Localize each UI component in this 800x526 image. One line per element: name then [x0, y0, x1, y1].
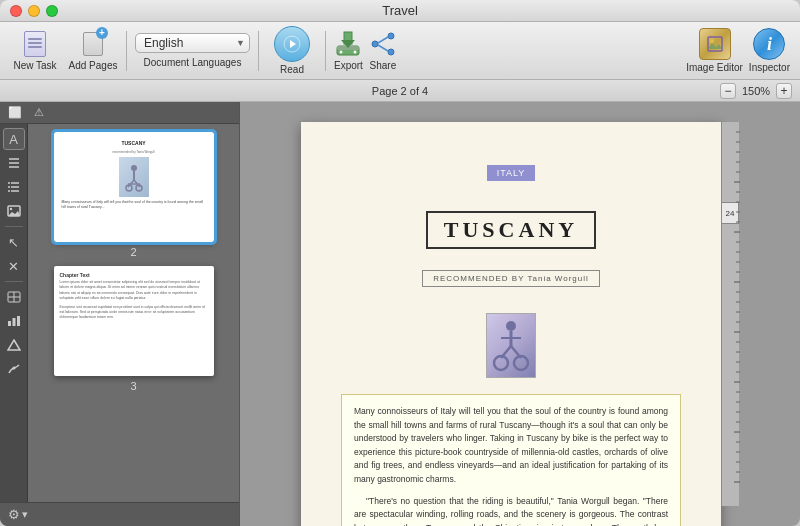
toolbar-separator-3 [325, 31, 326, 71]
document-body: Many connoisseurs of Italy will tell you… [341, 394, 681, 526]
language-select-wrapper[interactable]: English ▼ [135, 33, 250, 53]
svg-point-42 [506, 321, 516, 331]
sidebar: ⬜ ⚠ A ↖ ✕ [0, 102, 240, 526]
title-bar: Travel [0, 0, 800, 22]
sidebar-content: A ↖ ✕ [0, 124, 239, 502]
inspector-group[interactable]: i Inspector [749, 28, 790, 73]
right-tools: Image Editor i Inspector [686, 28, 790, 73]
body-paragraph-2: "There's no question that the riding is … [354, 495, 668, 526]
read-group[interactable]: Read [267, 26, 317, 75]
share-button[interactable]: Share [369, 30, 397, 71]
thumb-3-body: Excepteur sint occaecat cupidatat non pr… [60, 305, 208, 320]
tool-close[interactable]: ✕ [3, 255, 25, 277]
tool-list1[interactable] [3, 152, 25, 174]
thumb-2-body: Many connoisseurs of Italy will tell you… [62, 200, 206, 210]
new-task-label: New Task [13, 60, 56, 71]
doc-languages-label: Document Languages [144, 57, 242, 68]
tool-pen[interactable] [3, 358, 25, 380]
svg-line-10 [378, 37, 388, 43]
tool-chart[interactable] [3, 310, 25, 332]
sidebar-bottom: ⚙ ▾ [0, 502, 239, 526]
svg-marker-14 [708, 43, 722, 49]
thumb-3-page: Chapter Text Lorem ipsum dolor sit amet … [54, 266, 214, 376]
page-bar: Page 2 of 4 − 150% + [0, 80, 800, 102]
document-page: italy TUSCANY RECOMMENDED BY Tania Worgu… [301, 122, 721, 526]
add-pages-group[interactable]: + Add Pages [68, 30, 118, 71]
tool-list2[interactable] [3, 176, 25, 198]
svg-marker-26 [8, 211, 20, 216]
share-label: Share [370, 60, 397, 71]
thumb-2-title: TUSCANY [62, 140, 206, 147]
thumb-2-number: 2 [130, 246, 136, 258]
tool-text[interactable]: A [3, 128, 25, 150]
svg-point-9 [388, 49, 394, 55]
cyclist-image [486, 313, 536, 378]
language-select[interactable]: English [135, 33, 250, 53]
window-controls[interactable] [10, 5, 58, 17]
close-button[interactable] [10, 5, 22, 17]
svg-marker-33 [8, 340, 20, 350]
tool-column: A ↖ ✕ [0, 124, 28, 502]
svg-point-21 [8, 182, 10, 184]
svg-point-35 [131, 165, 137, 171]
image-editor-icon [699, 28, 731, 60]
svg-point-22 [8, 186, 10, 188]
toolbar-separator-2 [258, 31, 259, 71]
zoom-controls[interactable]: − 150% + [720, 83, 792, 99]
svg-point-6 [354, 51, 357, 54]
maximize-button[interactable] [46, 5, 58, 17]
tool-image[interactable] [3, 200, 25, 222]
thumbnail-area: TUSCANY recommended by Tania Worgull [28, 124, 239, 502]
thumb-3-number: 3 [130, 380, 136, 392]
tool-select[interactable]: ↖ [3, 231, 25, 253]
svg-point-48 [514, 356, 528, 370]
thumb-3-lines: Lorem ipsum dolor sit amet consectetur a… [60, 280, 208, 301]
share-icon [369, 30, 397, 58]
thumb-2-subtitle: recommended by Tania Worgull [62, 150, 206, 154]
svg-point-8 [372, 41, 378, 47]
sidebar-icon-warning[interactable]: ⚠ [30, 104, 48, 122]
svg-point-5 [340, 51, 343, 54]
tuscany-title: TUSCANY [426, 211, 596, 249]
tool-shape[interactable] [3, 334, 25, 356]
new-task-icon [20, 30, 50, 58]
window-title: Travel [382, 3, 418, 18]
add-pages-icon: + [78, 30, 108, 58]
read-label: Read [280, 64, 304, 75]
zoom-out-button[interactable]: − [720, 83, 736, 99]
tool-separator [5, 226, 23, 227]
thumbnail-3[interactable]: Chapter Text Lorem ipsum dolor sit amet … [54, 266, 214, 376]
language-group[interactable]: English ▼ Document Languages [135, 33, 250, 68]
tool-table[interactable] [3, 286, 25, 308]
document-header-area: italy TUSCANY RECOMMENDED BY Tania Worgu… [341, 162, 681, 394]
sidebar-icon-pages[interactable]: ⬜ [6, 104, 24, 122]
zoom-in-button[interactable]: + [776, 83, 792, 99]
italy-badge: italy [487, 165, 536, 181]
new-task-group[interactable]: New Task [10, 30, 60, 71]
thumbnail-3-container: Chapter Text Lorem ipsum dolor sit amet … [54, 266, 214, 392]
recommended-badge: RECOMMENDED BY Tania Worgull [422, 270, 600, 287]
svg-point-23 [8, 190, 10, 192]
svg-rect-32 [17, 316, 20, 326]
svg-point-25 [9, 208, 11, 210]
export-share-group: Export Share [334, 30, 397, 71]
svg-line-11 [378, 45, 388, 51]
export-share-icons: Export Share [334, 30, 397, 71]
recommended-wrapper: RECOMMENDED BY Tania Worgull [422, 267, 600, 299]
thumb-2-page: TUSCANY recommended by Tania Worgull [54, 132, 214, 242]
ruler-right: 24 [721, 122, 739, 506]
svg-point-47 [494, 356, 508, 370]
svg-rect-31 [12, 318, 15, 326]
image-editor-label: Image Editor [686, 62, 743, 73]
thumb-3-title: Chapter Text [60, 272, 208, 278]
add-pages-label: Add Pages [69, 60, 118, 71]
thumbnail-2[interactable]: TUSCANY recommended by Tania Worgull [54, 132, 214, 242]
tool-separator-2 [5, 281, 23, 282]
gear-icon[interactable]: ⚙ [8, 507, 20, 522]
inspector-label: Inspector [749, 62, 790, 73]
svg-point-7 [388, 33, 394, 39]
image-editor-group[interactable]: Image Editor [686, 28, 743, 73]
minimize-button[interactable] [28, 5, 40, 17]
inspector-icon: i [753, 28, 785, 60]
export-button[interactable]: Export [334, 30, 363, 71]
